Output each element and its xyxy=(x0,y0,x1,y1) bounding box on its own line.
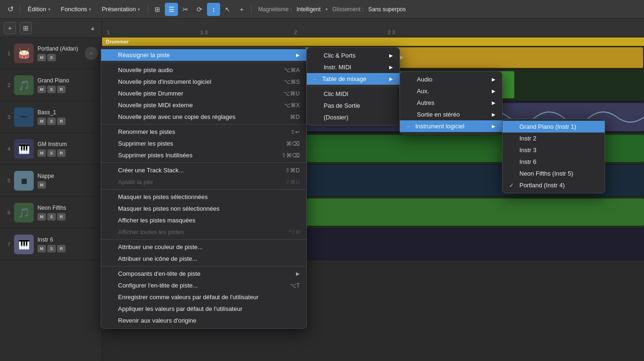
magnetisme-label: Magnétisme : xyxy=(258,6,292,13)
rec-btn-4[interactable]: R xyxy=(57,149,66,157)
mute-btn-3[interactable]: M xyxy=(37,118,46,125)
creer-stack[interactable]: Créer une Track Stack... ⇧⌘D xyxy=(101,164,306,176)
sub2-instrument[interactable]: – Instrument logiciel ▶ Grand Piano (Ins… xyxy=(400,120,502,132)
track-row-6[interactable]: 6 🎵 Neon Fifths M S R xyxy=(0,197,102,228)
sub1-dossier[interactable]: (Dossier) xyxy=(307,111,400,123)
sub2-audio-arrow: ▶ xyxy=(492,77,496,82)
attribuer-couleur[interactable]: Attribuer une couleur de piste... xyxy=(101,241,306,253)
tools-group: ⊞ ☰ ✂ ⟳ ↕ ↖ + xyxy=(151,3,248,16)
nouvelle-midi[interactable]: Nouvelle piste MIDI externe ⌥⌘X xyxy=(101,99,306,111)
ruler-mark-23: 2 3 xyxy=(388,29,395,35)
track-row-7[interactable]: 7 🎹 Instr 6 M S R xyxy=(0,228,102,260)
cursor-btn[interactable]: ↕ xyxy=(207,3,220,16)
sub1-sep1 xyxy=(307,86,400,87)
sub3-neon-fifths[interactable]: Neon Fifths (Instr 5) xyxy=(503,168,605,179)
solo-btn-3[interactable]: S xyxy=(47,118,56,125)
solo-btn-1[interactable]: S xyxy=(47,54,56,61)
supprimer-inutilisees[interactable]: Supprimer pistes Inutilisées ⇧⌘⌫ xyxy=(101,149,306,161)
mute-btn-5[interactable]: M xyxy=(37,181,46,189)
mute-btn-2[interactable]: M xyxy=(37,86,46,93)
undo-icon[interactable]: ↺ xyxy=(4,3,17,16)
track-row-5[interactable]: 5 ▦ Nappe M xyxy=(0,165,102,197)
list-btn[interactable]: ☰ xyxy=(165,3,178,16)
rec-btn-3[interactable]: R xyxy=(57,118,66,125)
track-info-1: Portland (Aidan) M S xyxy=(37,45,81,61)
sub3-portland[interactable]: ✓ Portland (Instr 4) xyxy=(503,179,605,191)
arrange-ruler: 1 1 3 2 2 3 xyxy=(102,19,644,37)
grid-btn[interactable]: ⊞ xyxy=(151,3,164,16)
track-icon-7: 🎹 xyxy=(14,235,34,254)
add-track-btn[interactable]: + xyxy=(4,22,16,34)
sub1-pas-sortie[interactable]: Pas de Sortie xyxy=(307,100,400,111)
sep5 xyxy=(101,239,306,240)
mute-btn-7[interactable]: M xyxy=(37,245,46,252)
sub1-instr-arrow: ▶ xyxy=(389,65,393,70)
nouvelle-drummer[interactable]: Nouvelle piste Drummer ⌥⌘U xyxy=(101,88,306,99)
sub2-audio[interactable]: Audio ▶ xyxy=(400,74,502,85)
sub1-clic-ports[interactable]: Clic & Ports ▶ xyxy=(307,50,400,61)
revenir[interactable]: Revenir aux valeurs d'origine xyxy=(101,315,306,326)
track-buttons-3: M S R xyxy=(37,118,98,125)
sub2-sortie-arrow: ▶ xyxy=(492,112,496,117)
mute-btn-4[interactable]: M xyxy=(37,149,46,157)
rec-btn-2[interactable]: R xyxy=(57,86,66,93)
fonctions-menu[interactable]: Fonctions ▾ xyxy=(56,4,96,15)
sub3-grand-piano[interactable]: Grand Piano (Instr 1) xyxy=(503,121,605,133)
solo-btn-4[interactable]: S xyxy=(47,149,56,157)
sub3-instr2[interactable]: Instr 2 xyxy=(503,133,605,144)
sep1 xyxy=(20,5,20,14)
context-menu-container: Réassigner la piste ▶ Clic & Ports ▶ Ins… xyxy=(101,47,307,329)
loop-btn[interactable]: ⟳ xyxy=(193,3,206,16)
sub2-aux[interactable]: Aux. ▶ xyxy=(400,85,502,97)
solo-btn-7[interactable]: S xyxy=(47,245,56,252)
track-row-3[interactable]: 3 〰 Bass_1 M S R xyxy=(0,101,102,133)
volume-knob-1[interactable]: ○ xyxy=(85,47,98,60)
rec-btn-7[interactable]: R xyxy=(57,245,66,252)
mute-btn-1[interactable]: M xyxy=(37,54,46,61)
sub3-instr3[interactable]: Instr 3 xyxy=(503,144,605,156)
track-row-2[interactable]: 2 🎵 Grand Piano M S R xyxy=(0,69,102,101)
sub1-clic-midi[interactable]: Clic MIDI xyxy=(307,88,400,100)
reassigner-arrow: ▶ xyxy=(296,52,300,58)
reassigner-item[interactable]: Réassigner la piste ▶ Clic & Ports ▶ Ins… xyxy=(101,49,306,61)
track-buttons-5: M xyxy=(37,181,98,189)
renommer[interactable]: Renommer les pistes ⇧↩ xyxy=(101,126,306,138)
collapse-btn[interactable]: ▲ xyxy=(88,23,98,33)
nouvelle-copie[interactable]: Nouvelle piste avec une copie des réglag… xyxy=(101,111,306,123)
enregistrer-valeurs[interactable]: Enregistrer comme valeurs par défaut de … xyxy=(101,291,306,303)
mute-btn-6[interactable]: M xyxy=(37,213,46,221)
masquer-non-selectionnees[interactable]: Masquer les pistes non sélectionnées xyxy=(101,203,306,214)
track-row-4[interactable]: 4 🎹 GM Instrum M S R xyxy=(0,133,102,165)
supprimer[interactable]: Supprimer les pistes ⌘⌫ xyxy=(101,138,306,149)
sub2-sortie-stereo[interactable]: Sortie en stéréo ▶ xyxy=(400,109,502,120)
sub1-table-mixage[interactable]: – Table de mixage ▶ Audio ▶ Aux. xyxy=(307,73,400,85)
pointer-btn[interactable]: ↖ xyxy=(221,3,234,16)
crosshair-btn[interactable]: + xyxy=(235,3,248,16)
track-icon-1: 🥁 xyxy=(14,44,34,63)
track-icon-4: 🎹 xyxy=(14,139,34,159)
track-row-1[interactable]: 1 🥁 Portland (Aidan) M S ○ xyxy=(0,37,102,69)
add-icon-btn[interactable]: ⊞ xyxy=(20,22,32,34)
configurer[interactable]: Configurer l'en-tête de piste... ⌥T xyxy=(101,280,306,291)
presentation-menu[interactable]: Présentation ▾ xyxy=(97,4,145,15)
masquer-selectionnees[interactable]: Masquer les pistes sélectionnées xyxy=(101,191,306,203)
afficher-masquees[interactable]: Afficher les pistes masquées xyxy=(101,214,306,226)
nouvelle-instrument[interactable]: Nouvelle piste d'instrument logiciel ⌥⌘S xyxy=(101,76,306,88)
composants[interactable]: Composants d'en-tête de piste ▶ xyxy=(101,268,306,280)
appliquer-valeurs[interactable]: Appliquer les valeurs par défaut de l'ut… xyxy=(101,303,306,315)
sub2-autres[interactable]: Autres ▶ xyxy=(400,97,502,109)
edition-menu[interactable]: Édition ▾ xyxy=(23,4,55,15)
solo-btn-6[interactable]: S xyxy=(47,213,56,221)
solo-btn-2[interactable]: S xyxy=(47,86,56,93)
sub3-instr6[interactable]: Instr 6 xyxy=(503,156,605,168)
attribuer-icone[interactable]: Attribuer une icône de piste... xyxy=(101,253,306,265)
scissors-btn[interactable]: ✂ xyxy=(179,3,192,16)
track-name-4: GM Instrum xyxy=(37,141,98,147)
track-buttons-7: M S R xyxy=(37,245,98,252)
submenu-table: Audio ▶ Aux. ▶ Autres ▶ xyxy=(400,71,503,134)
rec-btn-6[interactable]: R xyxy=(57,213,66,221)
magnetisme-val[interactable]: Intelligent xyxy=(296,6,320,13)
sub1-instr-midi[interactable]: Instr. MIDI ▶ xyxy=(307,61,400,73)
nouvelle-audio[interactable]: Nouvelle piste audio ⌥⌘A xyxy=(101,64,306,76)
glissement-val[interactable]: Sans superpos xyxy=(368,6,406,13)
